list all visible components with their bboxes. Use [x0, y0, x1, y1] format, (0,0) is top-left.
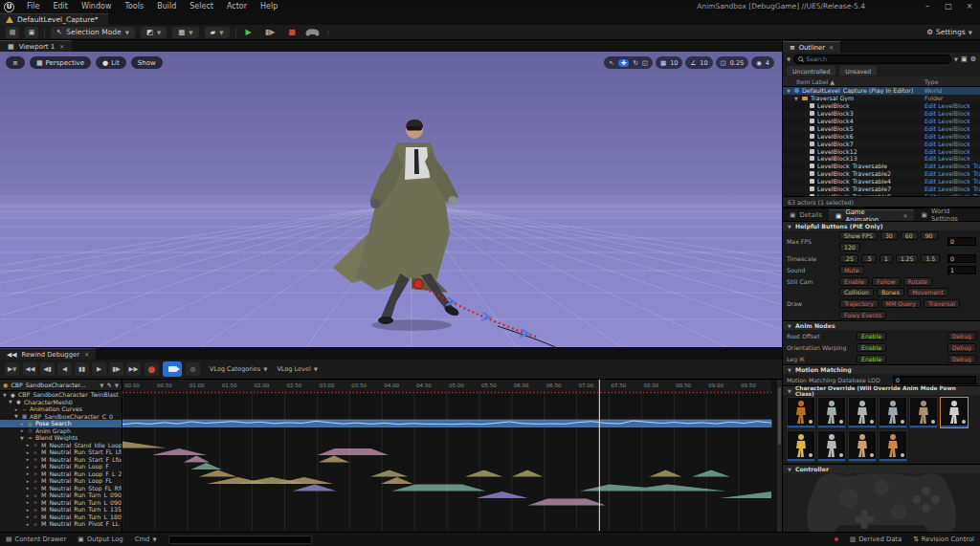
1.5-button[interactable]: 1.5 — [921, 254, 940, 263]
movement-button[interactable]: Movement — [907, 288, 948, 296]
search-input[interactable]: Search — [793, 55, 951, 64]
create-dropdown[interactable]: ◩▼ — [141, 27, 167, 38]
column-item-label[interactable]: Item Label ▲ — [796, 78, 835, 85]
track-row[interactable]: ▸▹M_Neutral_Run_Loop_F_L_25 — [0, 470, 122, 478]
section-helpful-buttons[interactable]: ▼ Helpful Buttons (PIE Only) — [783, 221, 980, 230]
expand-arrow-icon[interactable]: ▸ — [25, 464, 31, 470]
expand-arrow-icon[interactable]: ▼ — [8, 399, 13, 404]
track-row[interactable]: ▼▦ABP_SandboxCharacter_C_0 — [0, 413, 122, 421]
grid-snap-value[interactable]: 10 — [670, 59, 678, 67]
vlog-categories-dropdown[interactable]: VLog Categories▼ — [210, 365, 267, 373]
value-input[interactable]: 1 — [947, 266, 976, 274]
track-row[interactable]: ▸▹M_Neutral_Run_Pivot_F_LL_Lfoot — [0, 520, 122, 528]
perspective-dropdown[interactable]: ▦Perspective — [30, 56, 91, 69]
gear-icon[interactable]: ⚙ — [970, 55, 976, 63]
derived-data-button[interactable]: ▥Derived Data — [850, 535, 902, 543]
expand-arrow-icon[interactable]: ▼ — [19, 435, 25, 441]
console-input[interactable] — [168, 535, 312, 544]
track-row[interactable]: ▸▹M_Neutral_Stand_Idle_Loop — [0, 442, 122, 449]
camera-speed-value[interactable]: 4 — [766, 59, 769, 67]
mute-button[interactable]: Mute — [839, 266, 864, 274]
bones-button[interactable]: Bones — [877, 288, 904, 296]
expand-arrow-icon[interactable]: ▸ — [13, 406, 19, 412]
section-character-override[interactable]: ▼ Character Override (Will Override Anim… — [783, 385, 980, 395]
close-icon[interactable]: ✕ — [902, 212, 907, 219]
menu-actor[interactable]: Actor — [220, 0, 254, 13]
1-button[interactable]: 1 — [880, 254, 893, 263]
outliner-row[interactable]: ▼DefaultLevel_Capture (Play In Editor)Wo… — [783, 87, 980, 95]
grid-snap-icon[interactable]: ▦ — [660, 59, 666, 67]
chevron-down-icon[interactable]: ▼ — [954, 56, 958, 62]
timeline-canvas[interactable]: 00.0000.5001.0001.5002.0002.5003.0003.50… — [122, 380, 776, 531]
menu-tools[interactable]: Tools — [118, 0, 150, 13]
rotate-tool-icon[interactable]: ↻ — [633, 59, 637, 67]
enable-button[interactable]: Enable — [839, 277, 869, 286]
save-icon[interactable]: ▤ — [6, 27, 19, 38]
play-reverse-button[interactable]: ◀ — [57, 362, 72, 376]
camera-toggle-button[interactable] — [163, 361, 182, 377]
character-thumbnail-1[interactable] — [817, 397, 846, 428]
outliner-row[interactable]: LevelBlock5Edit LevelBlock — [783, 124, 980, 132]
section-motion-matching[interactable]: ▼ Motion Matching — [783, 364, 980, 374]
menu-help[interactable]: Help — [254, 0, 284, 13]
viewport-menu-button[interactable]: ≡ — [6, 56, 25, 69]
1.25-button[interactable]: 1.25 — [896, 254, 919, 263]
track-row[interactable]: ▸▹M_Neutral_Run_Turn_L_135_Lfoot — [0, 506, 122, 513]
menu-select[interactable]: Select — [183, 0, 220, 13]
.5-button[interactable]: .5 — [861, 254, 877, 263]
close-icon[interactable]: ✕ — [59, 43, 64, 50]
selection-mode-dropdown[interactable]: ↖ Selection Mode ▼ — [51, 27, 135, 38]
expand-arrow-icon[interactable]: ▸ — [25, 478, 31, 484]
value-input[interactable]: 0 — [947, 237, 976, 246]
level-tab[interactable]: DefaultLevel_Capture* — [0, 13, 108, 25]
vlog-level-dropdown[interactable]: VLog Level▼ — [277, 365, 318, 373]
play-button[interactable]: ▶ — [242, 28, 256, 36]
actor-type-link[interactable]: Edit LevelBlock — [924, 110, 980, 117]
collision-button[interactable]: Collision — [839, 288, 874, 296]
track-row[interactable]: ▸◎Pose Search — [0, 420, 122, 427]
menu-build[interactable]: Build — [150, 0, 183, 13]
edit-icon[interactable]: ✎ — [107, 382, 112, 388]
expand-arrow-icon[interactable]: ▸ — [25, 507, 31, 513]
filter-chip-uncontrolled[interactable]: Uncontrolled — [787, 66, 835, 76]
value-input[interactable]: 0 — [947, 254, 976, 263]
track-row[interactable]: ▸▹M_Neutral_Run_Loop_F — [0, 463, 122, 470]
pause-button[interactable]: ▮▮ — [75, 362, 89, 376]
move-tool-icon[interactable]: ✚ — [618, 59, 629, 67]
track-row[interactable]: ▸▹M_Neutral_Run_Turn_L_090_Rfoot — [0, 491, 122, 499]
details-tab-game-animation-[interactable]: ▣Game Animation...✕ — [829, 209, 914, 221]
enable-button[interactable]: Enable — [857, 355, 886, 363]
timeline-area[interactable]: 00.0000.5001.0001.5002.0002.5003.0003.50… — [122, 380, 782, 532]
expand-arrow-icon[interactable]: ▸ — [25, 442, 31, 448]
camera-speed-icon[interactable]: ◉ — [756, 59, 762, 67]
frame-skip-button[interactable]: ▮▶ — [261, 28, 279, 36]
rotation-snap-value[interactable]: 10 — [700, 59, 707, 67]
track-row[interactable]: ▸▹M_Neutral_Run_Stop_FL_Rfoot — [0, 485, 122, 492]
step-forward-button[interactable]: ▮▶ — [109, 362, 123, 376]
outliner-row[interactable]: LevelBlock13Edit LevelBlock — [783, 155, 980, 163]
step-back-button[interactable]: ◀▮ — [40, 362, 55, 376]
select-tool-icon[interactable]: ↖ — [609, 59, 613, 67]
skip-to-start-button[interactable]: ◀◀ — [23, 362, 37, 376]
output-log-button[interactable]: ▣Output Log — [78, 535, 122, 543]
follow-button[interactable]: Follow — [872, 277, 900, 286]
track-row[interactable]: ▸~Animation Curves — [0, 405, 122, 413]
actor-type-link[interactable]: Edit LevelBlock_Trave — [924, 170, 980, 177]
rewind-debugger-tab[interactable]: ◀◀ Rewind Debugger ✕ — [0, 348, 96, 360]
revision-control-button[interactable]: ⇅Revision Control — [913, 535, 974, 543]
viewport-3d[interactable]: ≡ ▦Perspective ●Lit Show ↖ ✚ ↻ ◱ ▦ 10 ∠ … — [0, 52, 782, 347]
expand-arrow-icon[interactable]: ▼ — [13, 413, 19, 419]
character-thumbnail-2[interactable] — [848, 397, 877, 428]
outliner-row[interactable]: LevelBlock6Edit LevelBlock — [783, 132, 980, 140]
section-anim-nodes[interactable]: ▼ Anim Nodes — [783, 320, 980, 330]
outliner-row[interactable]: LevelBlock7Edit LevelBlock — [783, 140, 980, 147]
settings-dropdown[interactable]: ⚙ Settings ▼ — [926, 28, 972, 36]
stop-button[interactable]: ■ — [284, 28, 300, 36]
character-thumbnail-6[interactable] — [787, 430, 815, 462]
character-thumbnail-5[interactable] — [940, 397, 969, 428]
close-icon[interactable]: ✕ — [84, 351, 89, 358]
character-thumbnail-7[interactable] — [817, 430, 846, 462]
character-thumbnail-3[interactable] — [879, 397, 907, 428]
track-row[interactable]: ▼◉CBP_SandboxCharacter_TwinBlast_C_0 — [0, 391, 122, 399]
close-icon[interactable]: ✕ — [829, 44, 834, 51]
